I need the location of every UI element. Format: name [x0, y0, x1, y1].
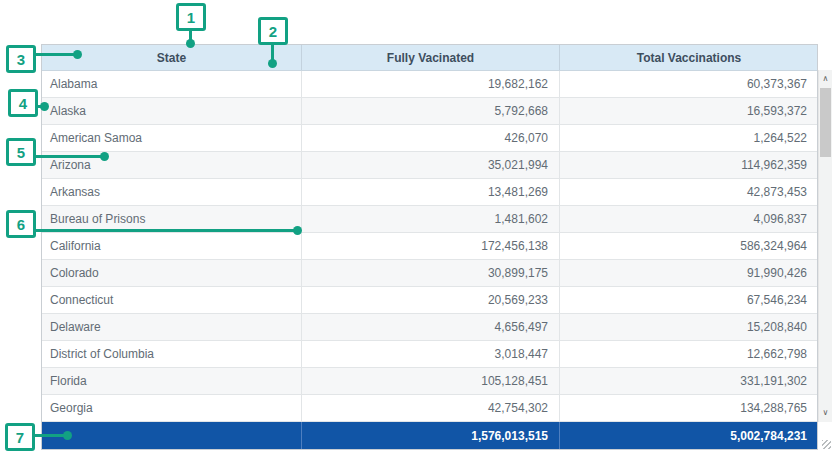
state-cell: Colorado	[42, 260, 302, 286]
callout-5-dot	[100, 152, 109, 161]
fully-vaccinated-cell: 4,656,497	[302, 314, 560, 340]
fully-vaccinated-cell: 172,456,138	[302, 233, 560, 259]
callout-7-badge: 7	[5, 423, 35, 451]
total-vaccinations-cell: 60,373,367	[560, 71, 818, 97]
callout-3-badge: 3	[6, 45, 36, 73]
table-row[interactable]: District of Columbia3,018,44712,662,798	[42, 341, 817, 368]
scrollbar-thumb[interactable]	[820, 88, 831, 157]
state-cell: Florida	[42, 368, 302, 394]
table-row[interactable]: Connecticut20,569,23367,546,234	[42, 287, 817, 314]
callout-6-line	[36, 229, 298, 232]
list-table-screenshot: State Fully Vacinated Total Vaccinations…	[0, 0, 833, 453]
state-cell: American Samoa	[42, 125, 302, 151]
callout-7-dot	[63, 431, 72, 440]
totals-row: 1,576,013,515 5,002,784,231	[42, 422, 817, 449]
chevron-up-icon[interactable]: ∧	[819, 72, 832, 85]
table-row[interactable]: Delaware4,656,49715,208,840	[42, 314, 817, 341]
callout-5-badge: 5	[6, 138, 36, 166]
fully-vaccinated-cell: 42,754,302	[302, 395, 560, 421]
state-cell: Georgia	[42, 395, 302, 421]
totals-fully-vaccinated-cell: 1,576,013,515	[302, 422, 560, 449]
table-row[interactable]: Arkansas13,481,26942,873,453	[42, 179, 817, 206]
total-vaccinations-cell: 42,873,453	[560, 179, 818, 205]
fully-vaccinated-cell: 1,481,602	[302, 206, 560, 232]
total-vaccinations-cell: 586,324,964	[560, 233, 818, 259]
totals-total-vaccinations-cell: 5,002,784,231	[560, 422, 818, 449]
total-vaccinations-cell: 331,191,302	[560, 368, 818, 394]
callout-4-dot	[40, 102, 49, 111]
column-header-total-vaccinations[interactable]: Total Vaccinations	[560, 45, 818, 70]
totals-state-cell	[42, 422, 302, 449]
table-row[interactable]: Georgia42,754,302134,288,765	[42, 395, 817, 422]
fully-vaccinated-cell: 5,792,668	[302, 98, 560, 124]
fully-vaccinated-cell: 13,481,269	[302, 179, 560, 205]
total-vaccinations-cell: 91,990,426	[560, 260, 818, 286]
table-body: Alabama19,682,16260,373,367Alaska5,792,6…	[42, 71, 817, 422]
callout-6-badge: 6	[6, 210, 36, 238]
column-header-fully-vaccinated[interactable]: Fully Vacinated	[302, 45, 560, 70]
state-cell: Alaska	[42, 98, 302, 124]
fully-vaccinated-cell: 426,070	[302, 125, 560, 151]
state-cell: District of Columbia	[42, 341, 302, 367]
total-vaccinations-cell: 12,662,798	[560, 341, 818, 367]
state-cell: Arkansas	[42, 179, 302, 205]
callout-6-dot	[293, 226, 302, 235]
table-row[interactable]: Florida105,128,451331,191,302	[42, 368, 817, 395]
fully-vaccinated-cell: 19,682,162	[302, 71, 560, 97]
resize-grip-icon[interactable]	[822, 440, 831, 449]
callout-2-dot	[268, 59, 277, 68]
vertical-scrollbar[interactable]: ∧ ∨	[818, 70, 832, 422]
total-vaccinations-cell: 134,288,765	[560, 395, 818, 421]
callout-4-badge: 4	[8, 89, 38, 117]
table-row[interactable]: Alaska5,792,66816,593,372	[42, 98, 817, 125]
fully-vaccinated-cell: 30,899,175	[302, 260, 560, 286]
list-table: State Fully Vacinated Total Vaccinations…	[41, 44, 818, 450]
table-row[interactable]: Arizona35,021,994114,962,359	[42, 152, 817, 179]
callout-3-dot	[73, 50, 82, 59]
total-vaccinations-cell: 1,264,522	[560, 125, 818, 151]
table-header-row: State Fully Vacinated Total Vaccinations	[42, 45, 817, 71]
table-row[interactable]: Alabama19,682,16260,373,367	[42, 71, 817, 98]
total-vaccinations-cell: 15,208,840	[560, 314, 818, 340]
fully-vaccinated-cell: 105,128,451	[302, 368, 560, 394]
chevron-down-icon[interactable]: ∨	[819, 406, 832, 419]
state-cell: Alabama	[42, 71, 302, 97]
callout-5-line	[36, 155, 105, 158]
total-vaccinations-cell: 67,546,234	[560, 287, 818, 313]
callout-1-dot	[186, 39, 195, 48]
total-vaccinations-cell: 16,593,372	[560, 98, 818, 124]
total-vaccinations-cell: 4,096,837	[560, 206, 818, 232]
state-cell: California	[42, 233, 302, 259]
table-row[interactable]: California172,456,138586,324,964	[42, 233, 817, 260]
state-cell: Delaware	[42, 314, 302, 340]
table-row[interactable]: American Samoa426,0701,264,522	[42, 125, 817, 152]
table-row[interactable]: Colorado30,899,17591,990,426	[42, 260, 817, 287]
callout-1-badge: 1	[176, 3, 206, 31]
fully-vaccinated-cell: 20,569,233	[302, 287, 560, 313]
callout-3-line	[36, 53, 78, 56]
fully-vaccinated-cell: 3,018,447	[302, 341, 560, 367]
fully-vaccinated-cell: 35,021,994	[302, 152, 560, 178]
state-cell: Connecticut	[42, 287, 302, 313]
column-header-state[interactable]: State	[42, 45, 302, 70]
total-vaccinations-cell: 114,962,359	[560, 152, 818, 178]
callout-2-badge: 2	[258, 17, 288, 45]
